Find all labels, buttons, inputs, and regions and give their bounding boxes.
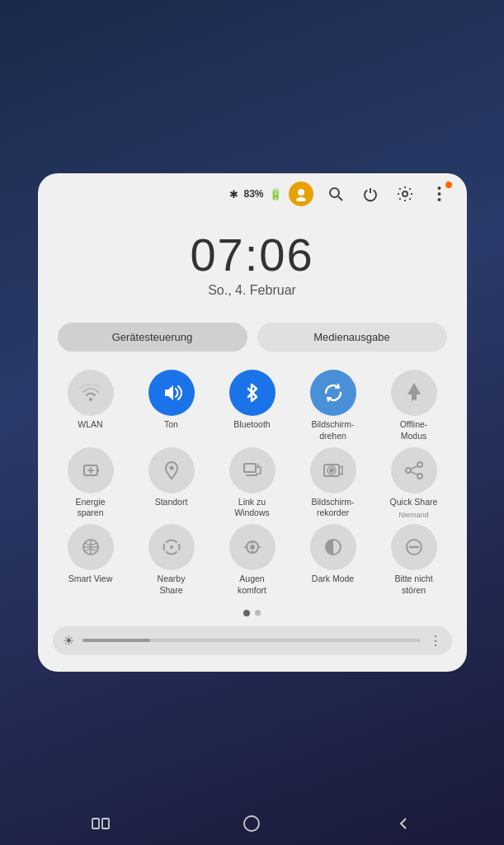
dark-mode-icon: [310, 524, 356, 570]
bildschirm-rekorder-label: Bildschirm-rekorder: [312, 497, 355, 519]
quick-share-sublabel: Niemand: [398, 511, 428, 519]
tile-augen-komfort[interactable]: Augenkomfort: [214, 524, 290, 596]
quick-settings-panel: ✱ 83% 🔋: [38, 173, 467, 671]
brightness-track[interactable]: [82, 639, 421, 642]
link-windows-icon: [229, 447, 276, 493]
ton-icon: [148, 370, 195, 416]
svg-point-21: [417, 474, 422, 479]
nearby-share-label: NearbyShare: [158, 574, 186, 596]
tile-wlan[interactable]: WLAN: [53, 370, 129, 441]
tile-bildschirm-drehen[interactable]: Bildschirm-drehen: [295, 370, 371, 441]
tab-row: Gerätesteuerung Medienausgabe: [38, 306, 467, 360]
offline-modus-label: Offline-Modus: [400, 419, 428, 441]
home-button[interactable]: [235, 807, 268, 840]
clock-date: So., 4. Februar: [38, 283, 467, 298]
status-icons: ✱ 83% 🔋: [229, 188, 281, 201]
svg-point-26: [250, 545, 255, 550]
pagination-dots: [38, 602, 467, 623]
brightness-bar[interactable]: ☀ ⋮: [53, 626, 452, 655]
augen-komfort-label: Augenkomfort: [238, 574, 266, 596]
brightness-icon: ☀: [63, 633, 74, 649]
dark-mode-label: Dark Mode: [312, 574, 354, 585]
tile-link-windows[interactable]: Link zuWindows: [214, 447, 290, 520]
bottom-nav: [0, 802, 504, 845]
tab-geraetesteuerung[interactable]: Gerätesteuerung: [58, 323, 247, 352]
notification-dot: [445, 182, 452, 188]
battery-icon: 🔋: [269, 188, 282, 201]
svg-rect-9: [97, 469, 99, 472]
airplane-icon: [391, 370, 437, 416]
quick-share-label: Quick Share: [390, 497, 438, 508]
quick-share-icon: [391, 447, 437, 493]
dot-2: [255, 610, 261, 616]
search-icon[interactable]: [323, 182, 348, 206]
svg-point-19: [417, 462, 422, 467]
energie-sparen-label: Energiesparen: [75, 497, 105, 519]
svg-point-2: [330, 188, 339, 197]
svg-line-23: [411, 471, 417, 474]
svg-point-6: [438, 192, 441, 196]
svg-rect-30: [102, 819, 109, 828]
tile-ton[interactable]: Ton: [134, 370, 210, 441]
nearby-share-icon: [148, 524, 195, 570]
link-windows-label: Link zuWindows: [234, 497, 270, 519]
more-options-icon[interactable]: [427, 182, 452, 206]
dnd-label: Bitte nichtstören: [394, 574, 432, 596]
tile-nearby-share[interactable]: NearbyShare: [134, 524, 210, 596]
tile-energie-sparen[interactable]: Energiesparen: [53, 447, 129, 520]
dot-1: [243, 610, 250, 616]
power-icon[interactable]: [358, 182, 383, 206]
tile-quick-share[interactable]: Quick Share Niemand: [376, 447, 452, 520]
settings-icon[interactable]: [393, 182, 417, 206]
avatar-icon[interactable]: [289, 182, 313, 206]
tile-dark-mode[interactable]: Dark Mode: [295, 524, 371, 596]
brightness-fill: [82, 639, 150, 642]
standort-label: Standort: [155, 497, 188, 508]
battery-status: 83%: [243, 188, 263, 200]
ton-label: Ton: [164, 419, 178, 431]
smart-view-label: Smart View: [68, 574, 113, 585]
smart-view-icon: [68, 524, 114, 570]
back-button[interactable]: [387, 807, 420, 840]
tile-standort[interactable]: Standort: [134, 447, 210, 520]
svg-point-0: [298, 189, 304, 196]
bildschirm-drehen-label: Bildschirm-drehen: [312, 419, 355, 441]
svg-point-1: [296, 197, 306, 201]
screen-record-icon: [310, 447, 356, 493]
tile-offline-modus[interactable]: Offline-Modus: [376, 370, 452, 441]
action-icons-row: [289, 182, 452, 206]
svg-point-7: [438, 198, 441, 201]
svg-line-22: [411, 465, 417, 469]
location-icon: [148, 447, 195, 493]
clock-time: 07:06: [38, 228, 467, 281]
bluetooth-icon: [229, 370, 276, 416]
svg-point-4: [403, 191, 407, 196]
svg-line-3: [338, 196, 342, 201]
bluetooth-status-icon: ✱: [229, 188, 238, 201]
svg-rect-29: [92, 819, 99, 828]
tile-bluetooth[interactable]: Bluetooth: [214, 370, 290, 441]
status-bar: ✱ 83% 🔋: [38, 173, 467, 211]
svg-point-17: [329, 468, 334, 473]
wlan-label: WLAN: [78, 419, 102, 431]
svg-point-12: [169, 465, 173, 470]
svg-point-20: [406, 468, 411, 473]
rotate-icon: [310, 370, 356, 416]
eye-comfort-icon: [229, 524, 276, 570]
svg-point-5: [438, 186, 441, 190]
wlan-icon: [68, 370, 114, 416]
tab-medienausgabe[interactable]: Medienausgabe: [257, 323, 447, 352]
svg-rect-13: [244, 464, 256, 472]
tile-bildschirm-rekorder[interactable]: Bildschirm-rekorder: [295, 447, 371, 520]
bluetooth-label: Bluetooth: [233, 419, 270, 431]
tile-smart-view[interactable]: Smart View: [53, 524, 129, 596]
brightness-more-icon[interactable]: ⋮: [429, 633, 442, 649]
tile-dnd[interactable]: Bitte nichtstören: [376, 524, 452, 596]
clock-section: 07:06 So., 4. Februar: [38, 211, 467, 306]
tiles-grid: WLAN Ton Bluetooth: [38, 360, 467, 601]
dnd-icon: [391, 524, 437, 570]
battery-save-icon: [68, 447, 114, 493]
svg-point-31: [244, 816, 259, 831]
recent-apps-button[interactable]: [84, 807, 117, 840]
